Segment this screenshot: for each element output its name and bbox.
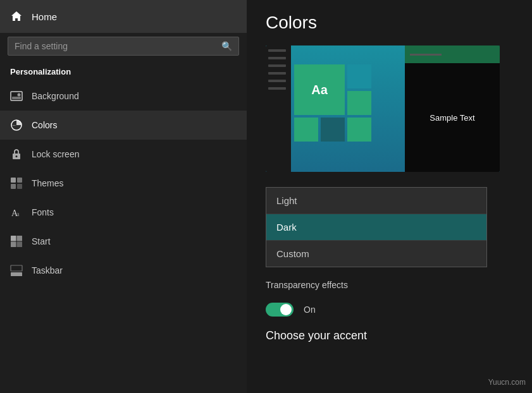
lock-screen-label: Lock screen <box>32 149 79 159</box>
background-label: Background <box>32 91 79 101</box>
home-label: Home <box>32 11 57 22</box>
sidebar-item-taskbar[interactable]: Taskbar <box>0 256 247 285</box>
toggle-knob <box>280 304 292 315</box>
preview-right-panel: Sample Text <box>405 45 500 172</box>
svg-rect-12 <box>11 236 16 241</box>
preview-tile-aa: Aa <box>294 64 345 115</box>
svg-rect-14 <box>11 242 16 248</box>
dropdown-option-dark[interactable]: Dark <box>266 214 486 241</box>
lock-icon <box>10 148 23 160</box>
preview-area: Aa Sample Text <box>266 45 500 172</box>
toggle-label: On <box>304 305 316 315</box>
preview-sidebar <box>266 45 291 172</box>
dropdown-option-light[interactable]: Light <box>266 188 486 214</box>
search-input[interactable] <box>15 41 216 51</box>
section-title: Personalization <box>0 62 247 82</box>
themes-icon <box>10 177 23 190</box>
dropdown-option-custom[interactable]: Custom <box>266 241 486 267</box>
main-content: Colors Aa <box>247 0 532 393</box>
svg-rect-1 <box>12 97 21 99</box>
colors-icon <box>10 119 23 131</box>
taskbar-icon <box>10 264 23 277</box>
start-icon <box>10 235 23 248</box>
preview-sample-text: Sample Text <box>405 63 500 172</box>
sidebar-item-themes[interactable]: Themes <box>0 169 247 198</box>
toggle-row: On <box>266 303 513 317</box>
svg-rect-13 <box>17 236 23 241</box>
themes-label: Themes <box>32 178 64 188</box>
sidebar-item-background[interactable]: Background <box>0 82 247 111</box>
fonts-label: Fonts <box>32 207 54 217</box>
transparency-toggle[interactable] <box>266 303 294 317</box>
background-icon <box>10 90 23 102</box>
taskbar-label: Taskbar <box>32 265 63 275</box>
page-title: Colors <box>266 13 513 33</box>
svg-rect-6 <box>11 178 16 183</box>
svg-rect-9 <box>17 184 22 189</box>
home-icon <box>10 10 23 23</box>
svg-rect-15 <box>17 242 23 248</box>
sidebar-item-fonts[interactable]: A a Fonts <box>0 198 247 227</box>
svg-text:a: a <box>16 210 20 217</box>
preview-tiles: Aa <box>294 64 371 142</box>
search-icon: 🔍 <box>221 41 232 51</box>
sidebar-item-colors[interactable]: Colors <box>0 111 247 140</box>
svg-rect-7 <box>17 178 22 183</box>
watermark: Yuucn.com <box>488 378 526 387</box>
search-bar[interactable]: 🔍 <box>8 37 239 56</box>
theme-dropdown[interactable]: Light Dark Custom <box>266 187 487 267</box>
colors-label: Colors <box>32 120 57 130</box>
sidebar-item-start[interactable]: Start <box>0 227 247 256</box>
sidebar-item-lock-screen[interactable]: Lock screen <box>0 140 247 169</box>
accent-section-title: Choose your accent <box>266 329 513 342</box>
svg-rect-16 <box>11 272 22 276</box>
transparency-row: Transparency effects <box>266 280 513 290</box>
dropdown-list: Light Dark Custom <box>266 187 487 267</box>
svg-point-5 <box>16 155 18 157</box>
svg-rect-8 <box>11 184 16 189</box>
svg-rect-17 <box>11 265 22 271</box>
start-label: Start <box>32 236 51 246</box>
fonts-icon: A a <box>10 206 23 219</box>
sidebar: Home 🔍 Personalization Background Colors <box>0 0 247 393</box>
sidebar-home-button[interactable]: Home <box>0 0 247 33</box>
transparency-label: Transparency effects <box>266 280 348 290</box>
svg-point-2 <box>18 94 21 97</box>
